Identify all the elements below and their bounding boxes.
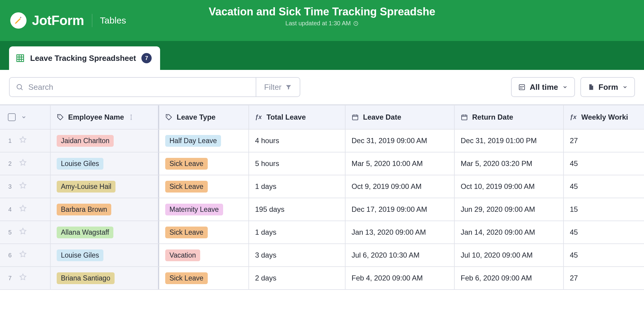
cell-employee[interactable]: Allana Wagstaff xyxy=(51,221,159,243)
cell-employee[interactable]: Barbara Brown xyxy=(51,198,159,221)
cell-leave-type[interactable]: Vacation xyxy=(159,244,249,266)
calendar-icon xyxy=(352,114,359,121)
cell-leave-type[interactable]: Maternity Leave xyxy=(159,198,249,221)
table-row[interactable]: 5Allana WagstaffSick Leave1 daysJan 13, … xyxy=(0,221,644,244)
table-row[interactable]: 2Louise GilesSick Leave5 hoursMar 5, 202… xyxy=(0,152,644,175)
column-label: Employee Name xyxy=(68,113,124,121)
cell-total-leave[interactable]: 1 days xyxy=(249,175,346,198)
cell-leave-date[interactable]: Jul 6, 2020 10:30 AM xyxy=(346,244,455,266)
star-icon[interactable] xyxy=(19,136,27,146)
column-label: Weekly Worki xyxy=(581,113,628,121)
cell-total-leave[interactable]: 3 days xyxy=(249,244,346,266)
star-icon[interactable] xyxy=(19,250,27,260)
timerange-label: All time xyxy=(530,83,558,92)
cell-return-date[interactable]: Jul 10, 2020 09:00 AM xyxy=(455,244,564,266)
tag-icon xyxy=(165,114,172,121)
cell-return-date[interactable]: Mar 5, 2020 03:20 PM xyxy=(455,152,564,175)
cell-return-date[interactable]: Feb 6, 2020 09:00 AM xyxy=(455,267,564,289)
column-header-total-leave[interactable]: ƒx Total Leave xyxy=(249,105,346,129)
cell-leave-date[interactable]: Jan 13, 2020 09:00 AM xyxy=(346,221,455,243)
tab-label: Leave Tracking Spreadsheet xyxy=(30,54,136,63)
cell-total-leave[interactable]: 2 days xyxy=(249,267,346,289)
document-icon xyxy=(588,83,594,91)
section-label: Tables xyxy=(100,15,126,26)
cell-leave-date[interactable]: Dec 31, 2019 09:00 AM xyxy=(346,130,455,152)
svg-rect-8 xyxy=(522,88,522,89)
table-row[interactable]: 7Briana SantiagoSick Leave2 daysFeb 4, 2… xyxy=(0,267,644,290)
svg-rect-7 xyxy=(520,88,521,89)
filter-button[interactable]: Filter xyxy=(256,77,300,97)
cell-return-date[interactable]: Oct 10, 2019 09:00 AM xyxy=(455,175,564,198)
cell-leave-type[interactable]: Sick Leave xyxy=(159,267,249,289)
cell-leave-type[interactable]: Sick Leave xyxy=(159,152,249,175)
tab-leave-tracking[interactable]: Leave Tracking Spreadsheet 7 xyxy=(9,46,160,70)
cell-total-leave[interactable]: 195 days xyxy=(249,198,346,221)
cell-total-leave[interactable]: 1 days xyxy=(249,221,346,243)
table-row[interactable]: 3Amy-Louise HailSick Leave1 daysOct 9, 2… xyxy=(0,175,644,198)
cell-employee[interactable]: Jaidan Charlton xyxy=(51,130,159,152)
svg-rect-4 xyxy=(520,86,521,87)
cell-weekly[interactable]: 15 xyxy=(564,198,644,221)
last-updated: Last updated at 1:30 AM xyxy=(209,20,435,27)
cell-employee[interactable]: Louise Giles xyxy=(51,152,159,175)
column-header-leave-date[interactable]: Leave Date xyxy=(346,105,455,129)
cell-leave-date[interactable]: Mar 5, 2020 10:00 AM xyxy=(346,152,455,175)
cell-weekly[interactable]: 45 xyxy=(564,221,644,243)
header-select-cell xyxy=(0,105,51,129)
star-icon[interactable] xyxy=(19,181,27,192)
cell-total-leave[interactable]: 4 hours xyxy=(249,130,346,152)
cell-return-date[interactable]: Jan 14, 2020 09:00 AM xyxy=(455,221,564,243)
cell-leave-type[interactable]: Sick Leave xyxy=(159,175,249,198)
search-box[interactable] xyxy=(9,77,256,97)
row-number: 7 xyxy=(8,275,12,282)
table-row[interactable]: 4Barbara BrownMaternity Leave195 daysDec… xyxy=(0,198,644,221)
cell-return-date[interactable]: Jun 29, 2020 09:00 AM xyxy=(455,198,564,221)
star-icon[interactable] xyxy=(19,273,27,283)
cell-leave-type[interactable]: Sick Leave xyxy=(159,221,249,243)
row-gutter: 1 xyxy=(0,130,51,152)
column-header-employee[interactable]: Employee Name xyxy=(51,105,159,129)
chevron-down-icon[interactable] xyxy=(21,114,27,120)
timerange-dropdown[interactable]: All time xyxy=(511,77,575,97)
tab-count-badge: 7 xyxy=(141,53,152,63)
star-icon[interactable] xyxy=(19,227,27,237)
employee-pill: Amy-Louise Hail xyxy=(57,181,115,193)
fx-icon: ƒx xyxy=(570,114,577,121)
cell-weekly[interactable]: 27 xyxy=(564,267,644,289)
column-label: Leave Type xyxy=(177,113,216,121)
cell-leave-date[interactable]: Oct 9, 2019 09:00 AM xyxy=(346,175,455,198)
star-icon[interactable] xyxy=(19,158,27,169)
search-input[interactable] xyxy=(28,82,250,92)
cell-weekly[interactable]: 45 xyxy=(564,152,644,175)
cell-employee[interactable]: Louise Giles xyxy=(51,244,159,266)
column-header-leave-type[interactable]: Leave Type xyxy=(159,105,249,129)
cell-leave-type[interactable]: Half Day Leave xyxy=(159,130,249,152)
cell-weekly[interactable]: 27 xyxy=(564,130,644,152)
star-icon[interactable] xyxy=(19,204,27,215)
cell-leave-date[interactable]: Dec 17, 2019 09:00 AM xyxy=(346,198,455,221)
row-number: 6 xyxy=(8,252,12,259)
column-header-weekly[interactable]: ƒx Weekly Worki xyxy=(564,105,644,129)
table-row[interactable]: 1Jaidan CharltonHalf Day Leave4 hoursDec… xyxy=(0,130,644,152)
cell-leave-date[interactable]: Feb 4, 2020 09:00 AM xyxy=(346,267,455,289)
cell-employee[interactable]: Briana Santiago xyxy=(51,267,159,289)
svg-rect-5 xyxy=(522,86,522,87)
cell-total-leave[interactable]: 5 hours xyxy=(249,152,346,175)
cell-weekly[interactable]: 45 xyxy=(564,244,644,266)
data-table: Employee Name Leave Type ƒx Total Leave … xyxy=(0,105,644,290)
page-title[interactable]: Vacation and Sick Time Tracking Spreadsh… xyxy=(209,5,435,18)
cell-weekly[interactable]: 45 xyxy=(564,175,644,198)
cell-employee[interactable]: Amy-Louise Hail xyxy=(51,175,159,198)
logo-mark-icon xyxy=(10,12,27,29)
search-filter-group: Filter xyxy=(9,77,300,97)
table-row[interactable]: 6Louise GilesVacation3 daysJul 6, 2020 1… xyxy=(0,244,644,267)
select-all-checkbox[interactable] xyxy=(8,113,16,121)
grid-icon xyxy=(16,54,25,63)
column-header-return-date[interactable]: Return Date xyxy=(455,105,564,129)
logo[interactable]: JotForm xyxy=(10,12,84,29)
cell-return-date[interactable]: Dec 31, 2019 01:00 PM xyxy=(455,130,564,152)
form-dropdown[interactable]: Form xyxy=(580,77,635,97)
employee-pill: Louise Giles xyxy=(57,158,103,170)
calendar-grid-icon xyxy=(518,83,526,91)
row-number: 5 xyxy=(8,229,12,236)
